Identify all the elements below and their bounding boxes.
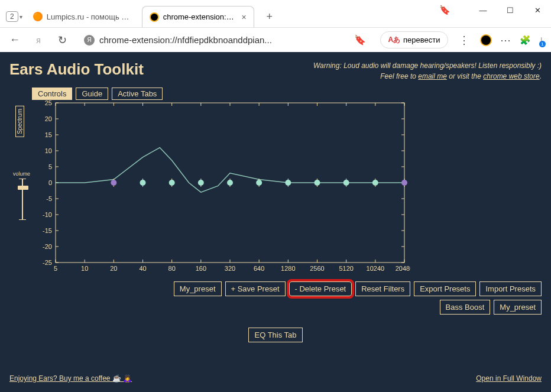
- svg-text:-15: -15: [43, 227, 52, 234]
- svg-text:10: 10: [81, 265, 88, 272]
- my-preset2-button[interactable]: My_preset: [494, 300, 542, 315]
- svg-point-94: [401, 180, 407, 186]
- window-titlebar: 2 ▾ 🟠 Lumpics.ru - помощь с ком chrome-e…: [0, 0, 551, 27]
- full-window-link[interactable]: Open in Full Window: [476, 374, 542, 383]
- export-presets-button[interactable]: Export Presets: [414, 281, 476, 296]
- svg-text:40: 40: [139, 265, 146, 272]
- email-link[interactable]: email me: [418, 72, 447, 80]
- svg-text:5: 5: [54, 265, 57, 272]
- tab-controls[interactable]: Controls: [32, 88, 72, 100]
- svg-text:20480: 20480: [396, 265, 410, 272]
- svg-point-92: [372, 180, 378, 186]
- more-button[interactable]: ⋯: [500, 34, 511, 47]
- extensions-icon[interactable]: 🧩: [520, 35, 531, 46]
- svg-point-85: [169, 180, 175, 186]
- favicon-icon: [150, 12, 159, 22]
- my-preset-button[interactable]: My_preset: [174, 281, 222, 296]
- svg-text:20: 20: [45, 115, 52, 122]
- svg-text:-5: -5: [46, 195, 52, 202]
- minimize-button[interactable]: ―: [469, 0, 497, 20]
- warning-text: Warning: Loud audio will damage hearing/…: [313, 60, 542, 82]
- new-tab-button[interactable]: +: [261, 8, 278, 25]
- tab-guide[interactable]: Guide: [76, 88, 108, 100]
- eq-chart: Spectrum volume 2520151050-5-10-15-20-25…: [9, 100, 542, 274]
- bass-boost-button[interactable]: Bass Boost: [440, 300, 491, 315]
- lock-icon: Я: [84, 35, 95, 46]
- svg-text:2560: 2560: [310, 265, 324, 272]
- svg-text:-10: -10: [43, 211, 52, 218]
- svg-text:15: 15: [45, 131, 52, 138]
- svg-point-88: [256, 180, 262, 186]
- tab-counter[interactable]: 2 ▾: [6, 8, 22, 25]
- ears-extension-icon[interactable]: [480, 34, 492, 46]
- volume-label: volume: [13, 171, 30, 177]
- svg-point-89: [285, 180, 291, 186]
- svg-point-86: [198, 180, 204, 186]
- spectrum-toggle[interactable]: Spectrum: [15, 106, 24, 137]
- svg-text:1280: 1280: [281, 265, 295, 272]
- svg-text:-25: -25: [43, 259, 52, 266]
- translate-icon: Aあ: [388, 35, 400, 45]
- svg-text:80: 80: [168, 265, 176, 272]
- eq-chart-svg[interactable]: 2520151050-5-10-15-20-255102040801603206…: [32, 100, 410, 274]
- app-content: Ears Audio Toolkit Warning: Loud audio w…: [0, 52, 551, 392]
- svg-point-90: [315, 180, 320, 186]
- svg-text:0: 0: [48, 179, 52, 186]
- volume-slider-thumb[interactable]: [18, 186, 28, 190]
- browser-tab-lumpics[interactable]: 🟠 Lumpics.ru - помощь с ком: [26, 6, 138, 27]
- import-presets-button[interactable]: Import Presets: [479, 281, 542, 296]
- svg-text:10: 10: [45, 147, 52, 154]
- close-icon[interactable]: ×: [242, 12, 247, 22]
- svg-text:160: 160: [196, 265, 206, 272]
- save-preset-button[interactable]: + Save Preset: [225, 281, 286, 296]
- eq-this-tab-button[interactable]: EQ This Tab: [248, 328, 302, 342]
- reload-button[interactable]: ↻: [54, 33, 70, 48]
- svg-point-93: [111, 180, 116, 186]
- translate-button[interactable]: Aあ перевести: [380, 31, 448, 48]
- url-bar: ← я ↻ Я chrome-extension://nfdfiepdkbnoa…: [0, 27, 551, 52]
- svg-point-84: [140, 180, 146, 186]
- svg-text:-20: -20: [43, 243, 52, 250]
- svg-point-87: [227, 180, 233, 186]
- svg-point-91: [343, 180, 349, 186]
- svg-text:5: 5: [48, 163, 52, 170]
- reader-icon[interactable]: 🔖: [439, 5, 450, 15]
- delete-preset-button[interactable]: - Delete Preset: [289, 281, 352, 296]
- reset-filters-button[interactable]: Reset Filters: [355, 281, 410, 296]
- chrome-store-link[interactable]: chrome web store: [483, 72, 539, 80]
- bookmark-icon[interactable]: 🔖: [354, 34, 366, 46]
- forward-alt-button[interactable]: я: [31, 33, 46, 48]
- downloads-icon[interactable]: ↓1: [539, 34, 544, 46]
- app-title: Ears Audio Toolkit: [9, 60, 144, 79]
- svg-text:320: 320: [225, 265, 235, 272]
- svg-text:10240: 10240: [367, 265, 385, 272]
- svg-text:25: 25: [45, 100, 52, 106]
- back-button[interactable]: ←: [7, 33, 22, 48]
- svg-text:5120: 5120: [339, 265, 353, 272]
- favicon-icon: 🟠: [33, 12, 43, 21]
- svg-text:640: 640: [254, 265, 264, 272]
- tab-active-tabs[interactable]: Active Tabs: [112, 88, 163, 100]
- browser-tab-extension[interactable]: chrome-extension://nfd ×: [142, 6, 254, 27]
- close-button[interactable]: ✕: [524, 0, 551, 20]
- coffee-link[interactable]: Enjoying Ears? Buy me a coffee ☕ 🙇‍♀️: [9, 374, 132, 383]
- url-field[interactable]: Я chrome-extension://nfdfiepdkbnoanddpia…: [78, 34, 372, 46]
- svg-text:20: 20: [110, 265, 117, 272]
- extension-menu-button[interactable]: ⋮: [456, 34, 472, 47]
- volume-slider-track: [22, 179, 23, 220]
- maximize-button[interactable]: ☐: [497, 0, 524, 20]
- chevron-down-icon: ▾: [20, 14, 22, 20]
